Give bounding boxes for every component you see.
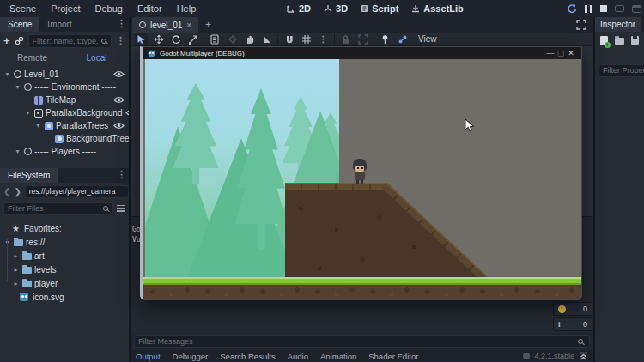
remote-debug-icon[interactable] (615, 5, 624, 12)
scene-filter-input[interactable] (28, 34, 112, 48)
new-tab-icon[interactable]: + (205, 19, 211, 31)
pause-button[interactable] (585, 5, 592, 13)
movie-mode-icon[interactable] (632, 5, 641, 13)
tab-import[interactable]: Import (39, 17, 79, 32)
nav-back-icon[interactable]: ❮ (3, 187, 10, 196)
collapse-arrow-icon[interactable]: ▾ (34, 122, 42, 130)
pivot-tool[interactable] (226, 33, 239, 45)
expand-arrow-icon[interactable]: ▸ (12, 252, 20, 260)
scene-tree-row[interactable]: ▾ ----- Environment ----- (0, 81, 129, 94)
filesystem-row[interactable]: ▸ levels (0, 262, 129, 276)
local-button[interactable]: Local (64, 53, 129, 63)
select-tool[interactable] (135, 33, 148, 45)
smart-snap-toggle[interactable] (283, 33, 295, 45)
replay-button[interactable] (567, 3, 577, 14)
menu-scene[interactable]: Scene (9, 3, 36, 14)
expand-arrow-icon[interactable]: ▸ (12, 266, 20, 274)
snap-options-menu[interactable]: ⋮ (317, 33, 330, 45)
grid-snap-toggle[interactable] (300, 33, 313, 45)
add-node-icon[interactable]: + (3, 34, 10, 47)
game-window-titlebar[interactable]: Godot Multiplayer (DEBUG) — ▢ ✕ (143, 47, 581, 59)
playback-controls (567, 0, 641, 17)
collapse-arrow-icon[interactable]: ▾ (24, 109, 32, 117)
favorites-row[interactable]: ★ Favorites: (0, 222, 129, 235)
scene-tree-row[interactable]: ▾ ParallaxTrees (0, 119, 129, 132)
tab-search-results[interactable]: Search Results (220, 352, 275, 361)
skeleton-options[interactable] (396, 33, 409, 45)
list-select-tool[interactable] (209, 33, 222, 45)
load-resource-icon[interactable] (615, 38, 624, 45)
scene-tree-row[interactable]: ▾ ParallaxBackground (0, 106, 129, 119)
menu-editor[interactable]: Editor (137, 3, 162, 14)
tab-filesystem[interactable]: FileSystem (0, 168, 58, 183)
dock-options-icon[interactable]: ⋮ (117, 169, 126, 180)
close-icon[interactable]: ✕ (566, 49, 576, 57)
visibility-eye-icon[interactable] (113, 96, 125, 104)
collapse-arrow-icon[interactable]: ▾ (3, 70, 11, 78)
collapse-arrow-icon[interactable]: ▾ (14, 83, 21, 91)
filesystem-row[interactable]: ▸ player (0, 276, 129, 290)
close-tab-icon[interactable]: × (186, 21, 191, 30)
current-path-field[interactable] (25, 185, 129, 198)
menu-project[interactable]: Project (51, 3, 80, 14)
tab-shader-editor[interactable]: Shader Editor (368, 352, 418, 361)
messages-filter-input[interactable] (134, 335, 590, 348)
dock-options-icon[interactable]: ⋮ (117, 18, 126, 29)
scene-tree-row[interactable]: ▾ ----- Players ----- (0, 145, 129, 158)
workspace-2d-button[interactable]: 2D (287, 3, 311, 14)
filesystem-row[interactable]: icon.svg (0, 290, 129, 304)
pin-toggle[interactable] (379, 33, 392, 45)
tab-scene[interactable]: Scene (0, 17, 39, 32)
pan-tool[interactable] (243, 33, 256, 45)
tab-inspector[interactable]: Inspector (595, 17, 641, 32)
menu-help[interactable]: Help (177, 3, 197, 14)
distraction-free-icon[interactable] (576, 20, 586, 30)
collapse-arrow-icon[interactable]: ▾ (14, 148, 21, 155)
workspace-script-button[interactable]: Script (361, 3, 398, 14)
inspector-filter-input[interactable] (598, 64, 644, 77)
scene-extra-options-icon[interactable]: ⋮ (116, 35, 125, 46)
remote-button[interactable]: Remote (0, 53, 64, 63)
sort-files-icon[interactable] (117, 205, 125, 212)
tab-audio[interactable]: Audio (288, 352, 308, 361)
parallax-background-icon (34, 109, 43, 118)
maximize-icon[interactable]: ▢ (556, 49, 566, 57)
view-menu[interactable]: View (418, 34, 437, 44)
workspace-assetlib-button[interactable]: AssetLib (411, 3, 463, 14)
save-resource-icon[interactable] (631, 36, 639, 45)
stop-button[interactable] (600, 5, 607, 12)
move-tool[interactable] (152, 33, 165, 45)
rotate-tool[interactable] (169, 33, 182, 45)
nav-forward-icon[interactable]: ❯ (14, 187, 21, 196)
filesystem-row[interactable]: ▾ res:// (0, 235, 129, 249)
folder-icon (22, 281, 32, 287)
tilemap-icon (34, 96, 43, 105)
visibility-eye-icon[interactable] (113, 70, 125, 78)
visibility-eye-icon[interactable] (113, 122, 125, 130)
scale-tool[interactable] (186, 33, 199, 45)
filesystem-row[interactable]: ▸ art (0, 249, 129, 262)
tab-node[interactable]: Node (641, 17, 644, 32)
group-toggle[interactable] (356, 33, 369, 45)
expand-arrow-icon[interactable]: ▸ (12, 280, 20, 287)
expand-bottom-panel-icon[interactable] (579, 352, 588, 360)
tab-animation[interactable]: Animation (320, 352, 356, 361)
menu-debug[interactable]: Debug (94, 3, 122, 14)
warning-count-badge[interactable]: ! 0 (553, 302, 592, 316)
new-resource-icon[interactable]: + (600, 36, 608, 45)
tab-output[interactable]: Output (136, 352, 161, 361)
minimize-icon[interactable]: — (545, 49, 556, 57)
tab-debugger[interactable]: Debugger (173, 352, 209, 361)
workspace-3d-button[interactable]: 3D (324, 3, 348, 14)
scene-tree-row[interactable]: BackgroundTrees (0, 132, 129, 145)
filesystem-filter-input[interactable] (3, 202, 113, 215)
scene-tab-level01[interactable]: level_01 × (132, 17, 198, 33)
scene-tree-row[interactable]: ▾ Level_01 (0, 68, 129, 81)
instance-scene-icon[interactable] (15, 36, 24, 45)
lock-toggle[interactable] (339, 33, 352, 45)
ruler-tool[interactable] (260, 33, 273, 45)
game-debug-window[interactable]: Godot Multiplayer (DEBUG) — ▢ ✕ (140, 46, 582, 300)
scene-tree-row[interactable]: TileMap (0, 94, 129, 106)
warning-icon: ! (558, 305, 566, 313)
info-count-badge[interactable]: i 0 (553, 317, 592, 331)
